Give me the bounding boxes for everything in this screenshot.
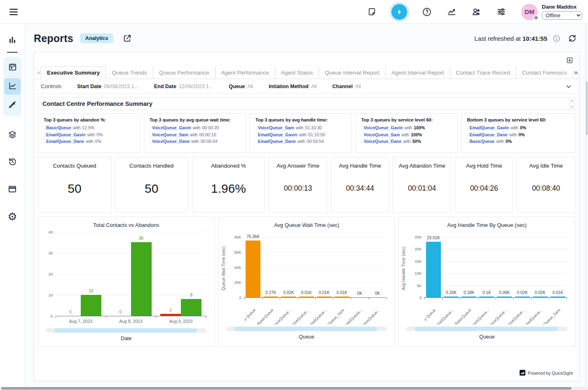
kpi-abandoned-pct: Abandoned % 1.96% — [192, 157, 265, 213]
bar-Aug 9, 2023[interactable] — [181, 299, 201, 316]
sidebar: ⚙ — [0, 24, 25, 387]
y-tick-label: 15K — [415, 259, 422, 263]
tab-agent-performance[interactable]: Agent Performance — [215, 66, 275, 79]
x-axis-label: Aug 9, 2023 — [156, 319, 206, 324]
bar-Aug 7, 2023[interactable] — [81, 295, 101, 316]
bar-VoiceQueue...[interactable] — [299, 297, 314, 297]
queue-link: BasicQueue — [469, 139, 494, 144]
filter-start-date[interactable]: Start Date 06/08/2023 1... — [77, 84, 138, 89]
bar-value-label: 0 — [119, 310, 122, 314]
bar-Henry Queue[interactable] — [246, 241, 260, 297]
bar-VoiceQueue...[interactable] — [497, 297, 512, 297]
refresh-icon[interactable] — [565, 31, 579, 45]
bar-TaskQueue_Sam[interactable] — [335, 297, 349, 297]
brush-icon — [8, 100, 17, 111]
external-link-icon[interactable] — [120, 31, 134, 45]
summary-header: Contact Centre Performance Summary ▴ ▾ — [38, 97, 575, 110]
insight-card-handle-time: Top 3 queues by avg handle time: .VoiceQ… — [250, 113, 352, 153]
chart-scrollbar-thumb[interactable] — [234, 327, 377, 331]
y-tick-label: 20K — [415, 247, 422, 251]
last-refreshed-text: Last refreshed at 10:41:55 — [474, 35, 547, 42]
horizontal-scrollbar[interactable] — [0, 387, 588, 390]
y-tick-label: 80K — [234, 235, 241, 239]
tab-agent-status[interactable]: Agent Status — [275, 66, 319, 79]
tab-agent-interval-report[interactable]: Agent Interval Report — [385, 66, 450, 79]
flash-button[interactable] — [389, 2, 409, 22]
bar-BasicQueue[interactable] — [263, 297, 278, 297]
filter-queue[interactable]: Queue All — [229, 84, 253, 89]
bar-Aug 9, 2023[interactable] — [160, 314, 181, 316]
main-content: Reports Analytics Last refreshed at 10:4… — [25, 24, 588, 387]
queue-link: EmailQueue_Dane — [46, 139, 84, 144]
tab-queue-interval-report[interactable]: Queue Interval Report — [319, 66, 385, 79]
chart-scrollbar[interactable] — [46, 328, 207, 333]
tabs-scroll-right-icon[interactable]: » — [573, 66, 579, 79]
sidebar-item-metrics[interactable] — [4, 32, 21, 49]
bar-EmailQueue...[interactable] — [533, 297, 548, 297]
avatar[interactable]: DM — [521, 4, 538, 20]
sidebar-item-layers[interactable] — [4, 127, 21, 143]
chart-scrollbar-thumb[interactable] — [415, 327, 558, 331]
top-bar: DM Dane Maddox Offline — [0, 0, 588, 24]
bar-value-label: 0.02K — [517, 290, 527, 295]
bar-BasicQueue[interactable] — [461, 297, 476, 297]
tab-contact-trace-record[interactable]: Contact Trace Record — [450, 66, 516, 79]
hamburger-menu-icon[interactable] — [7, 5, 21, 19]
y-tick-label: 20K — [234, 280, 241, 285]
bar-TaskQueue_Sam[interactable] — [551, 297, 565, 297]
controls-collapse-chevron-icon[interactable] — [565, 83, 572, 90]
help-icon[interactable] — [420, 5, 434, 19]
tab-queue-performance[interactable]: Queue Performance — [153, 66, 215, 79]
sidebar-item-designer[interactable] — [4, 97, 21, 114]
bar-value-label: 1 — [169, 308, 172, 312]
bar-VoiceQueue...[interactable] — [479, 297, 494, 297]
charts-row: Total Contacts vs Abandons 0102030400100… — [38, 217, 575, 347]
filter-channel[interactable]: Channel All — [333, 84, 361, 89]
bar-VoiceQueue...[interactable] — [515, 297, 530, 297]
tab-executive-summary[interactable]: Executive Summary — [41, 66, 106, 79]
gridline — [424, 249, 567, 249]
tab-contact-forensics[interactable]: Contact Forensics — [516, 66, 573, 79]
insight-card-service-level-bottom: Bottom 3 queues by service level 60: .Em… — [461, 113, 575, 153]
report-tabs: « Executive Summary Queue Trends Queue P… — [34, 66, 579, 79]
bar-VoiceQueue...[interactable] — [281, 297, 296, 297]
notes-icon[interactable] — [365, 5, 379, 19]
info-icon[interactable] — [551, 33, 561, 43]
analytics-icon[interactable] — [445, 5, 459, 19]
sidebar-item-history[interactable] — [4, 154, 21, 170]
x-axis-label: Aug 8, 2023 — [106, 319, 156, 324]
bar-EmailQueue...[interactable] — [317, 297, 332, 297]
sidebar-item-windows[interactable] — [4, 181, 21, 198]
user-meta: Dane Maddox Offline — [542, 4, 582, 20]
filter-initiation-method[interactable]: Intiation Method All — [269, 84, 316, 89]
bar-value-label: 23.01K — [427, 236, 440, 240]
queue-link: EmailQueue_Gavin — [258, 132, 298, 137]
bar-Aug 8, 2023[interactable] — [131, 242, 152, 316]
status-select[interactable]: Offline — [542, 11, 582, 20]
stepper-up-icon[interactable]: ▴ — [571, 99, 573, 102]
vertical-scrollbar-thumb[interactable] — [586, 82, 588, 135]
gridline — [56, 232, 206, 232]
sidebar-item-calendar[interactable] — [4, 59, 21, 76]
horizontal-scrollbar-thumb[interactable] — [1, 387, 572, 390]
user-area: DM Dane Maddox Offline — [521, 4, 582, 20]
chart-scrollbar[interactable] — [406, 327, 567, 331]
bar-Henry Queue[interactable] — [426, 242, 441, 297]
tab-queue-trends[interactable]: Queue Trends — [106, 66, 153, 79]
sliders-icon[interactable] — [494, 5, 508, 19]
page-title: Reports — [34, 33, 73, 44]
sidebar-item-reports[interactable] — [4, 78, 21, 95]
sidebar-item-settings[interactable]: ⚙ — [4, 208, 21, 225]
gridline — [244, 237, 387, 237]
chart-scrollbar-thumb[interactable] — [54, 328, 197, 333]
tabs-scroll-left-icon[interactable]: « — [37, 66, 41, 79]
filter-end-date[interactable]: End Date 12/08/2023 1... — [154, 84, 213, 89]
queue-link: VoiceQueue_Sam — [258, 125, 294, 130]
chart-scrollbar[interactable] — [226, 327, 387, 331]
stepper-down-icon[interactable]: ▾ — [571, 105, 573, 108]
vertical-scrollbar[interactable] — [585, 24, 588, 387]
bar-EmailQueue...[interactable] — [444, 297, 459, 297]
summary-scroll-stepper[interactable]: ▴ ▾ — [569, 98, 574, 109]
export-download-icon[interactable] — [564, 55, 575, 65]
users-icon[interactable] — [469, 5, 483, 19]
